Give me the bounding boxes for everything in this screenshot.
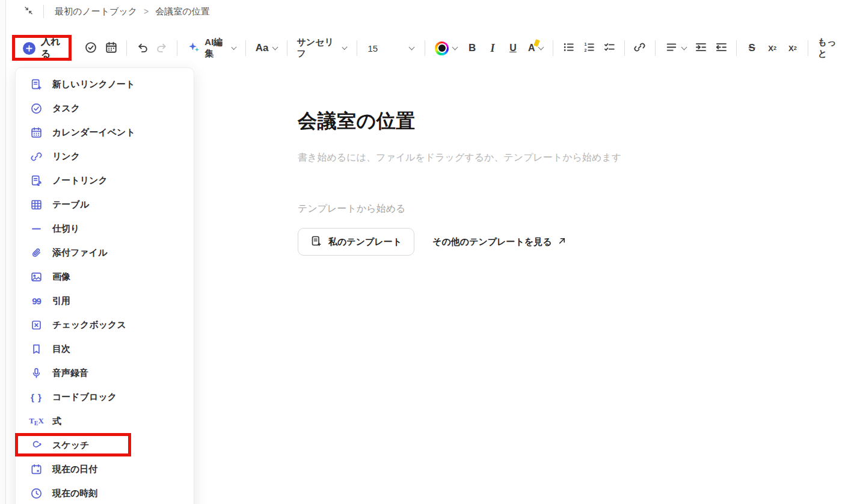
menu-item-label: 現在の時刻: [52, 488, 97, 499]
font-size-dropdown[interactable]: 15: [361, 37, 420, 59]
menu-item-note-link[interactable]: ノートリンク: [16, 168, 194, 192]
toc-icon: [30, 343, 43, 355]
align-icon: [665, 41, 678, 55]
undo-button[interactable]: [132, 37, 152, 59]
menu-item-toc[interactable]: 目次: [16, 337, 194, 361]
menu-item-label: テーブル: [52, 199, 89, 211]
menu-item-task[interactable]: タスク: [16, 96, 194, 120]
check-list-button[interactable]: [599, 37, 619, 59]
menu-item-link[interactable]: リンク: [16, 144, 194, 168]
breadcrumb-note-title[interactable]: 会議室の位置: [155, 6, 209, 17]
strikethrough-button[interactable]: S: [742, 37, 762, 59]
menu-item-label: ノートリンク: [52, 175, 108, 186]
align-dropdown[interactable]: [660, 37, 691, 59]
svg-text:2: 2: [584, 48, 586, 53]
redo-button[interactable]: [152, 37, 173, 59]
more-button[interactable]: もっと: [813, 37, 848, 59]
menu-item-code-block[interactable]: { }コードブロック: [16, 385, 194, 409]
ai-sparkles-icon: [187, 41, 200, 56]
breadcrumb-separator: >: [144, 7, 149, 16]
note-title[interactable]: 会議室の位置: [298, 108, 731, 134]
topbar-divider: [43, 5, 44, 18]
note-body-placeholder[interactable]: 書き始めるには、ファイルをドラッグするか、テンプレートから始めます: [298, 152, 731, 164]
task-icon: [30, 102, 43, 115]
color-wheel-icon: [435, 41, 449, 55]
toolbar-divider: [425, 40, 425, 56]
menu-item-attachment[interactable]: 添付ファイル: [16, 241, 194, 265]
templates-row: 私のテンプレート その他のテンプレートを見る: [298, 228, 731, 256]
menu-item-label: 式: [52, 416, 61, 427]
collapse-note-button[interactable]: [18, 2, 38, 20]
bullet-list-button[interactable]: [558, 37, 579, 59]
insert-link-button[interactable]: [630, 37, 650, 59]
menu-item-table[interactable]: テーブル: [16, 192, 194, 217]
menu-item-sketch[interactable]: スケッチ: [16, 433, 194, 457]
chevron-down-icon: [452, 44, 458, 50]
toolbar-divider: [357, 40, 357, 56]
template-note-plus-icon: [310, 235, 322, 249]
font-family-dropdown[interactable]: サンセリフ: [292, 37, 351, 59]
breadcrumb-bar: 最初のノートブック > 会議室の位置: [6, 0, 848, 23]
menu-item-current-date[interactable]: 現在の日付: [16, 457, 194, 481]
editor-toolbar: 入れる: [6, 34, 848, 62]
bullet-list-icon: [562, 41, 575, 55]
highlight-button[interactable]: A: [523, 37, 548, 59]
menu-item-audio-recording[interactable]: 音声録音: [16, 361, 194, 385]
formula-icon: TEX: [30, 415, 43, 428]
table-icon: [30, 198, 43, 211]
quote-icon: 99: [30, 295, 43, 307]
italic-button[interactable]: I: [482, 37, 503, 59]
font-size-value: 15: [367, 43, 378, 54]
plus-circle-icon: [23, 42, 35, 55]
numbered-list-icon: 12: [583, 41, 595, 55]
external-arrow-icon: [558, 236, 567, 247]
calendar-icon: [105, 41, 118, 56]
current-time-icon: [30, 487, 43, 500]
indent-button[interactable]: [691, 37, 711, 59]
checkbox-icon: [30, 319, 43, 331]
menu-item-formula[interactable]: TEX式: [16, 409, 194, 433]
menu-item-label: 現在の日付: [52, 464, 97, 475]
text-color-button[interactable]: [430, 37, 462, 59]
svg-text:1: 1: [584, 42, 586, 47]
insert-task-button[interactable]: [81, 37, 101, 59]
chevron-down-icon: [538, 44, 544, 50]
toolbar-divider: [808, 40, 808, 56]
insert-button[interactable]: 入れる: [17, 37, 72, 60]
text-style-dropdown[interactable]: Aa: [251, 37, 282, 59]
menu-item-new-linked-note[interactable]: 新しいリンクノート: [16, 72, 194, 96]
toolbar-divider: [655, 40, 656, 56]
toolbar-divider: [177, 40, 177, 56]
menu-item-label: 仕切り: [52, 223, 79, 235]
menu-item-divider[interactable]: 仕切り: [16, 217, 194, 241]
indent-icon: [695, 41, 707, 55]
menu-item-current-time[interactable]: 現在の時刻: [16, 481, 194, 504]
insert-menu: 新しいリンクノートタスクカレンダーイベントリンクノートリンクテーブル仕切り添付フ…: [15, 67, 194, 504]
calendar-event-icon: [30, 126, 43, 139]
chevron-down-icon: [681, 44, 687, 50]
underline-button[interactable]: U: [503, 37, 523, 59]
numbered-list-button[interactable]: 12: [579, 37, 599, 59]
collapse-diagonal-icon: [23, 5, 34, 17]
note-editor-window: 最初のノートブック > 会議室の位置 入れる: [0, 0, 848, 504]
highlighter-icon: A: [528, 43, 535, 54]
ai-edit-button[interactable]: AI編集: [182, 37, 241, 59]
insert-calendar-button[interactable]: [101, 37, 121, 59]
my-templates-button[interactable]: 私のテンプレート: [298, 228, 414, 256]
menu-item-checkbox[interactable]: チェックボックス: [16, 313, 194, 337]
subscript-button[interactable]: X2: [782, 37, 803, 59]
ai-edit-label: AI編集: [204, 37, 227, 60]
divider-icon: [30, 223, 43, 235]
task-check-circle-icon: [84, 41, 97, 56]
superscript-button[interactable]: X2: [762, 37, 782, 59]
menu-item-quote[interactable]: 99引用: [16, 289, 194, 313]
bold-button[interactable]: B: [462, 37, 482, 59]
menu-item-calendar-event[interactable]: カレンダーイベント: [16, 120, 194, 144]
outdent-button[interactable]: [711, 37, 732, 59]
templates-heading: テンプレートから始める: [298, 203, 731, 215]
menu-item-image[interactable]: 画像: [16, 265, 194, 289]
breadcrumb-notebook[interactable]: 最初のノートブック: [55, 6, 137, 17]
menu-item-label: スケッチ: [52, 440, 89, 451]
more-templates-link[interactable]: その他のテンプレートを見る: [432, 236, 567, 248]
link-icon: [633, 41, 646, 55]
